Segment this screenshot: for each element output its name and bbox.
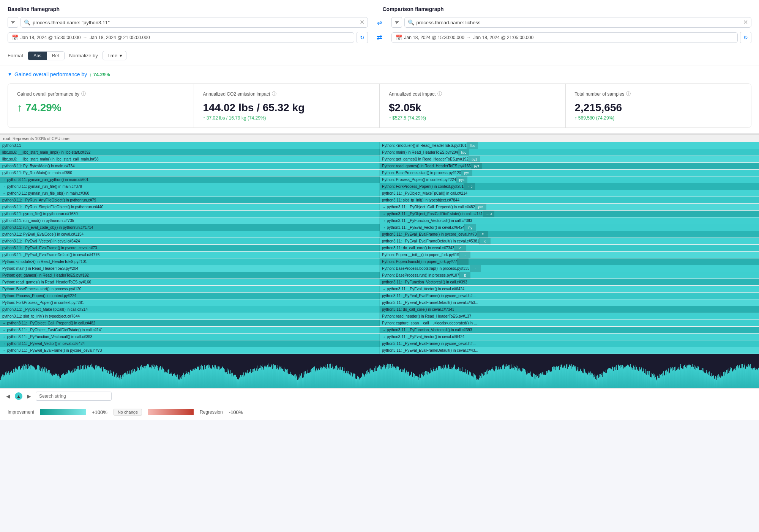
summary-collapse-row[interactable]: ▼ Gained overall performance by ↑ 74.29% (8, 71, 751, 77)
list-item[interactable]: python3.11: _PyEval_EvalFrameDefault() i… (380, 299, 759, 306)
table-row[interactable]: → python3.11: pymain_run_file() in main.… (0, 183, 759, 190)
list-item[interactable]: python3.11: _PyObject_MakeTpCall() in ca… (380, 190, 759, 197)
list-item[interactable]: → python3.11: pymain_run_file_obj() in m… (0, 190, 380, 197)
list-item[interactable]: python3.11: pyrun_file() in pythonrun.c#… (0, 211, 380, 217)
list-item[interactable]: Python: read_header() in Read_HeaderToES… (380, 313, 759, 320)
list-item[interactable]: → python3.11: _PyEval_Vector() in ceval.… (380, 286, 759, 292)
list-item[interactable]: python3.11: _PyEval_EvalFrame() in pycor… (380, 231, 759, 238)
list-item[interactable]: Python: get_games() in Read_HeaderToES.p… (380, 156, 759, 162)
list-item[interactable]: python3.11: _PyFunction_Vectorcall() in … (380, 279, 759, 285)
format-rel-button[interactable]: Rel (47, 52, 64, 60)
list-item[interactable]: → python3.11: pymain_run_python() in mai… (0, 176, 380, 183)
list-item[interactable]: Python: ForkProcess_Popen() in context.p… (380, 183, 759, 190)
list-item[interactable]: python3.11: _PyEval_EvalFrameDefault() i… (380, 347, 759, 354)
baseline-date-picker[interactable]: 📅 Jan 18, 2024 @ 15:30:00.000 → Jan 18, … (8, 32, 354, 43)
table-row[interactable]: python3.11: pyrun_file() in pythonrun.c#… (0, 211, 759, 217)
list-item[interactable]: → python3.11: _PyObject_Call_Prepend() i… (0, 320, 380, 326)
nav-next-button[interactable]: ▶ (25, 392, 33, 400)
baseline-refresh-button[interactable]: ↻ (357, 32, 368, 43)
list-item[interactable]: Python: get_games() in Read_HeaderToES.p… (0, 272, 380, 279)
list-item[interactable]: python3.11: _PyRun_AnyFileObject() in py… (0, 197, 380, 203)
flamegraph-minimap[interactable] (0, 354, 759, 388)
list-item[interactable]: → python3.11: _PyFunction_Vectorcall() i… (380, 217, 759, 224)
table-row[interactable]: → python3.11: _PyEval_Vector() in ceval.… (0, 340, 759, 347)
metric-performance-info-icon[interactable]: ⓘ (81, 91, 86, 97)
comparison-date-picker[interactable]: 📅 Jan 18, 2024 @ 15:30:00.000 → Jan 18, … (391, 32, 738, 43)
table-row[interactable]: python3.11: _PyEval_EvalFrame() in pycor… (0, 245, 759, 252)
metric-co2-info-icon[interactable]: ⓘ (272, 91, 276, 97)
list-item[interactable]: python3.11: do_call_core() in ceval.c#73… (380, 245, 759, 251)
list-item[interactable]: python3.11: run_mod() in pythonrun.c#735 (0, 217, 380, 224)
list-item[interactable]: Python: <module>() in Read_HeaderToES.py… (380, 142, 759, 149)
table-row[interactable]: python3.11: _PyEval_Vector() in ceval.c#… (0, 238, 759, 245)
list-item[interactable]: python3.11: _PyEval_EvalFrameDefault() i… (380, 238, 759, 244)
nav-prev-button[interactable]: ◀ (5, 392, 12, 400)
search-string-input[interactable] (36, 392, 112, 401)
list-item[interactable]: python3.11: _PyObject_MakeTpCall() in ca… (0, 306, 380, 313)
comparison-search-clear-icon[interactable]: ✕ (743, 19, 748, 25)
list-item[interactable]: Python: main() in Read_HeaderToES.py#204… (380, 149, 759, 156)
list-item[interactable]: → python3.11: pymain_run_file() in main.… (0, 183, 380, 190)
table-row[interactable]: → python3.11: _PyFunction_Vectorcall() i… (0, 334, 759, 340)
date-sync-icon[interactable]: ⇄ (374, 32, 385, 43)
metric-cost-info-icon[interactable]: ⓘ (437, 91, 442, 97)
table-row[interactable]: Python: main() in Read_HeaderToES.py#204… (0, 265, 759, 272)
table-row[interactable]: python3.11Python: <module>() in Read_Hea… (0, 142, 759, 149)
table-row[interactable]: python3.11: _PyRun_SimpleFileObject() in… (0, 204, 759, 211)
list-item[interactable]: python3.11: slot_tp_init() in typeobject… (380, 197, 759, 203)
list-item[interactable]: python3.11: _PyEval_EvalFrameDefault() i… (0, 252, 380, 258)
comparison-filter-icon[interactable] (391, 17, 402, 28)
list-item[interactable]: python3.11: _PyEval_EvalFrame() in pycor… (380, 340, 759, 347)
baseline-search-input[interactable] (33, 20, 357, 25)
list-item[interactable]: Python: read_games() in Read_HeaderToES.… (0, 279, 380, 285)
list-item[interactable]: → python3.11: _PyFunction_Vectorcall() i… (380, 327, 759, 333)
table-row[interactable]: Python: ForkProcess_Popen() in context.p… (0, 299, 759, 306)
table-row[interactable]: Python: get_games() in Read_HeaderToES.p… (0, 272, 759, 279)
table-row[interactable]: python3.11: Py_BytesMain() in main.c#734… (0, 163, 759, 170)
list-item[interactable]: Python: Popen.__init__() in popen_fork.p… (380, 252, 759, 258)
table-row[interactable]: Python: Process_Popen() in context.py#22… (0, 293, 759, 299)
table-row[interactable]: python3.11: _PyObject_MakeTpCall() in ca… (0, 306, 759, 313)
list-item[interactable]: → python3.11: _PyEval_EvalFrame() in pyc… (0, 347, 380, 354)
list-item[interactable]: → python3.11: _PyObject_FastCallDict1sta… (380, 211, 759, 217)
table-row[interactable]: python3.11: slot_tp_init() in typeobject… (0, 313, 759, 320)
list-item[interactable]: libc.so.6: __libc_start_main() in libc_s… (0, 156, 380, 162)
format-abs-button[interactable]: Abs (28, 52, 47, 60)
list-item[interactable]: Python: Process_Popen() in context.py#22… (380, 176, 759, 183)
table-row[interactable]: python3.11: run_mod() in pythonrun.c#735… (0, 217, 759, 224)
list-item[interactable]: Python: BaseProcess.run() in process.py#… (380, 272, 759, 279)
list-item[interactable]: Python: BaseProcess.start() in process.p… (380, 170, 759, 176)
table-row[interactable]: → python3.11: pymain_run_python() in mai… (0, 176, 759, 183)
table-row[interactable]: libc.so.6: __libc_start_main() in libc_s… (0, 156, 759, 163)
table-row[interactable]: python3.11: Py_RunMain() in main.c#680Py… (0, 170, 759, 176)
sync-icon[interactable]: ⇄ (374, 17, 385, 28)
table-row[interactable]: → python3.11: _PyObject_FastCallDictTsta… (0, 327, 759, 334)
table-row[interactable]: Python: <module>() in Read_HeaderToES.py… (0, 258, 759, 265)
list-item[interactable]: → python3.11: _PyEval_Vector() in ceval.… (0, 340, 380, 347)
comparison-refresh-button[interactable]: ↻ (740, 32, 751, 43)
list-item[interactable]: → python3.11: _PyEval_Vector() in ceval.… (380, 224, 759, 231)
table-row[interactable]: python3.11: _PyRun_AnyFileObject() in py… (0, 197, 759, 204)
list-item[interactable]: Python: capture_span__call__.<locals>.de… (380, 320, 759, 326)
comparison-search-input[interactable] (417, 20, 741, 25)
list-item[interactable]: Python: BaseProcess.bootstrap() in proce… (380, 265, 759, 272)
nav-up-icon[interactable]: ▲ (15, 392, 22, 400)
list-item[interactable]: python3.11: run_eval_code_obj() in pytho… (0, 224, 380, 231)
list-item[interactable]: Python: BaseProcess.start() in process.p… (0, 286, 380, 292)
list-item[interactable]: → python3.11: _PyObject_Call_Prepend() i… (380, 204, 759, 210)
baseline-search-clear-icon[interactable]: ✕ (360, 19, 365, 25)
list-item[interactable]: Python: ForkProcess_Popen() in context.p… (0, 299, 380, 306)
list-item[interactable]: Python: Popen.launch() in popen_fork.py#… (380, 258, 759, 265)
list-item[interactable]: python3.11: Py_RunMain() in main.c#680 (0, 170, 380, 176)
list-item[interactable]: python3.11: slot_tp_init() in typeobject… (0, 313, 380, 320)
list-item[interactable]: python3.11: do_call_core() in ceval.c#73… (380, 306, 759, 313)
list-item[interactable]: → python3.11: _PyEval_Vector() in ceval.… (380, 334, 759, 340)
table-row[interactable]: → python3.11: _PyEval_EvalFrame() in pyc… (0, 347, 759, 354)
table-row[interactable]: → python3.11: pymain_run_file_obj() in m… (0, 190, 759, 197)
list-item[interactable]: python3.11: _PyEval_EvalFrame() in pycor… (380, 293, 759, 299)
normalize-dropdown[interactable]: Time ▾ (103, 51, 126, 60)
table-row[interactable]: python3.11: PyEval_EvalCode() in ceval.c… (0, 231, 759, 238)
list-item[interactable]: python3.11: _PyEval_EvalFrame() in pycor… (0, 245, 380, 251)
list-item[interactable]: python3.11: PyEval_EvalCode() in ceval.c… (0, 231, 380, 238)
list-item[interactable]: python3.11: Py_BytesMain() in main.c#734 (0, 163, 380, 169)
